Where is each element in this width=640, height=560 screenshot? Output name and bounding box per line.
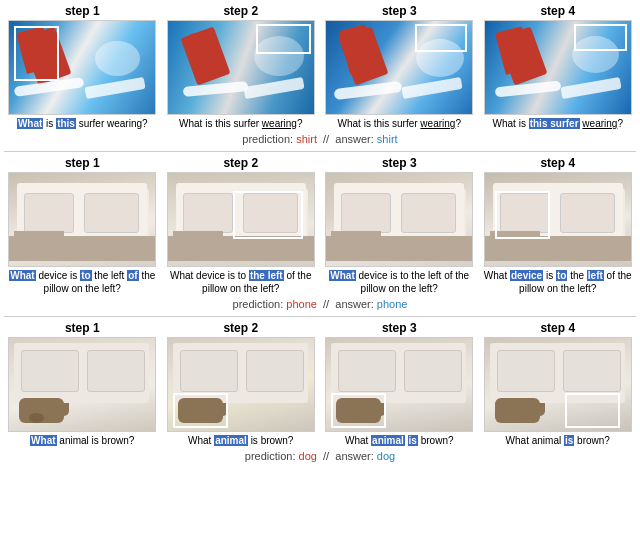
step-label-2: step 2: [223, 4, 258, 18]
bed-image-2: [167, 172, 315, 267]
step-label-dog-2: step 2: [223, 321, 258, 335]
step-col-dog-1: step 1 What animal is brown?: [4, 321, 161, 447]
main-container: step 1 What is this surfer wearing? step…: [0, 0, 640, 472]
prediction-row-surfer: prediction: shirt // answer: shirt: [4, 133, 636, 145]
step-col-bed-2: step 2 What device is to the left of the…: [163, 156, 320, 295]
step-col-bed-4: step 4 What device is to the left of the…: [480, 156, 637, 295]
surfer-image-3: [325, 20, 473, 115]
dog-image-4: [484, 337, 632, 432]
step-col-bed-3: step 3 What device is to the left of the…: [321, 156, 478, 295]
prediction-row-pillow: prediction: phone // answer: phone: [4, 298, 636, 310]
step-col-dog-2: step 2 What animal is brown?: [163, 321, 320, 447]
step-label-dog-1: step 1: [65, 321, 100, 335]
step-label-bed-4: step 4: [540, 156, 575, 170]
dog-caption-3: What animal is brown?: [345, 434, 454, 447]
surfer-image-1: [8, 20, 156, 115]
dog-caption-2: What animal is brown?: [188, 434, 293, 447]
section-animal: step 1 What animal is brown? step 2: [4, 321, 636, 462]
surfer-caption-4: What is this surfer wearing?: [493, 117, 623, 130]
surfer-caption-2: What is this surfer wearing?: [179, 117, 302, 130]
bed-image-1: [8, 172, 156, 267]
prediction-row-animal: prediction: dog // answer: dog: [4, 450, 636, 462]
dog-image-3: [325, 337, 473, 432]
steps-row-animal: step 1 What animal is brown? step 2: [4, 321, 636, 447]
step-col-2: step 2 What is this surfer wearing?: [163, 4, 320, 130]
bed-caption-4: What device is to the left of the pillow…: [484, 269, 632, 295]
surfer-image-2: [167, 20, 315, 115]
section-pillow: step 1 What device is to the left of the…: [4, 156, 636, 310]
surfer-image-4: [484, 20, 632, 115]
dog-image-2: [167, 337, 315, 432]
dog-caption-1: What animal is brown?: [30, 434, 134, 447]
step-col-dog-3: step 3 What animal is brown?: [321, 321, 478, 447]
step-col-3: step 3 What is this surfer wearing?: [321, 4, 478, 130]
surfer-caption-3: What is this surfer wearing?: [338, 117, 461, 130]
bed-caption-2: What device is to the left of the pillow…: [167, 269, 315, 295]
step-label-3: step 3: [382, 4, 417, 18]
step-label-bed-3: step 3: [382, 156, 417, 170]
bed-caption-3: What device is to the left of the pillow…: [325, 269, 473, 295]
bed-image-4: [484, 172, 632, 267]
step-col-1: step 1 What is this surfer wearing?: [4, 4, 161, 130]
step-label-4: step 4: [540, 4, 575, 18]
step-col-4: step 4 What is this surfer wearing?: [480, 4, 637, 130]
surfer-caption-1: What is this surfer wearing?: [17, 117, 148, 130]
dog-caption-4: What animal is brown?: [506, 434, 610, 447]
bed-image-3: [325, 172, 473, 267]
step-col-dog-4: step 4 What animal is brown?: [480, 321, 637, 447]
bed-caption-1: What device is to the left of the pillow…: [8, 269, 156, 295]
dog-image-1: [8, 337, 156, 432]
step-label-dog-4: step 4: [540, 321, 575, 335]
section-surfer: step 1 What is this surfer wearing? step…: [4, 4, 636, 145]
steps-row-pillow: step 1 What device is to the left of the…: [4, 156, 636, 295]
step-label-dog-3: step 3: [382, 321, 417, 335]
step-label-bed-2: step 2: [223, 156, 258, 170]
steps-row-surfer: step 1 What is this surfer wearing? step…: [4, 4, 636, 130]
step-label-bed-1: step 1: [65, 156, 100, 170]
step-col-bed-1: step 1 What device is to the left of the…: [4, 156, 161, 295]
step-label-1: step 1: [65, 4, 100, 18]
